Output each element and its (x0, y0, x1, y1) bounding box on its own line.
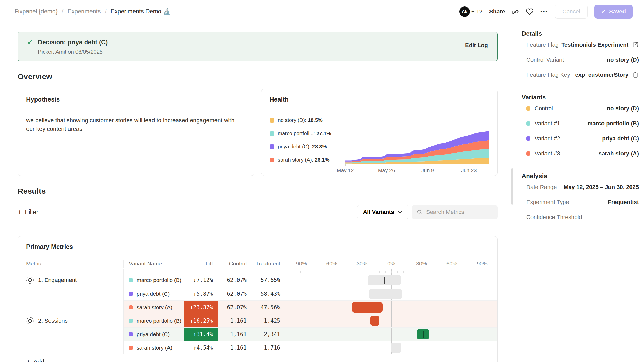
control-cell: 62.07% (218, 287, 249, 300)
detail-label-text: Control Variant (526, 56, 564, 63)
variants-dropdown-label: All Variants (363, 209, 394, 215)
col-control: Control (218, 260, 249, 268)
hypothesis-card: Hypothesis we believe that showing custo… (18, 89, 254, 176)
row-cells: sarah story (A)↑4.54%1,1611,716 (124, 341, 497, 354)
control-value: 1,161 (230, 318, 247, 324)
variant-label: Variant #3 (526, 150, 560, 157)
copy-link-icon[interactable] (512, 8, 519, 15)
ci-minor-tick (458, 271, 458, 273)
decision-banner: ✓ Decision: priya debt (C) Picker, Amit … (18, 32, 498, 61)
variant-name: marco portfolio (B) (137, 277, 181, 283)
ci-minor-tick (307, 271, 307, 273)
ci-axis-label: -90% (294, 260, 307, 267)
health-legend-item: marco portfoli...: 27.1% (270, 131, 345, 136)
plus-icon: + (18, 209, 22, 215)
analysis-value-text: Frequentist (608, 199, 639, 206)
variant-name: sarah story (A) (137, 345, 172, 351)
variant-row: Variant #1marco portfolio (B) (522, 116, 639, 131)
metric-target-icon (26, 317, 34, 325)
scrollbar-thumb[interactable] (511, 168, 513, 205)
lift-cell: ↓16.25% (184, 314, 218, 327)
lift-value: ↓23.37% (190, 304, 213, 310)
detail-label: Control Variant (526, 56, 564, 63)
legend-swatch (270, 144, 274, 149)
external-link-icon[interactable] (632, 41, 639, 48)
lift-cell: ↑4.54% (184, 341, 218, 354)
ci-plot-cell (285, 328, 497, 341)
legend-swatch (270, 158, 274, 162)
analysis-section: Analysis Date RangeMay 12, 2025 – Jun 30… (522, 169, 639, 225)
variant-name: marco portfolio (B) (137, 318, 181, 324)
lift-cell: ↑31.4% (184, 328, 218, 341)
variant-cell: marco portfolio (B) (124, 314, 184, 327)
variant-value: priya debt (C) (602, 135, 639, 142)
variant-value-text: marco portfolio (B) (587, 120, 639, 127)
add-metric-button[interactable]: + Add (26, 359, 497, 362)
search-metrics-input[interactable] (426, 209, 493, 215)
ci-point-marker (396, 344, 396, 351)
control-cell: 1,161 (218, 328, 249, 341)
legend-label: sarah story (A): 26.1% (278, 157, 330, 163)
collaborator-count: + 12 (471, 8, 482, 15)
health-legend-item: no story (D): 18.5% (270, 117, 345, 123)
variant-row: Variant #3sarah story (A) (522, 146, 639, 161)
cancel-button[interactable]: Cancel (555, 5, 587, 19)
breadcrumb-project[interactable]: Fixpanel {demo} (15, 8, 58, 15)
treatment-cell: 2,341 (249, 328, 282, 341)
lift-value: ↑31.4% (193, 331, 213, 337)
variant-label-text: Variant #1 (535, 120, 560, 127)
hypothesis-body: we believe that showing customer stories… (18, 109, 254, 133)
metric-cell (18, 300, 124, 314)
variant-cell: marco portfolio (B) (124, 273, 184, 287)
ci-minor-tick (476, 271, 476, 273)
lift-cell: ↓7.12% (184, 273, 218, 287)
ci-axis-ticks (285, 269, 497, 273)
main-content: ✓ Decision: priya debt (C) Picker, Amit … (0, 23, 514, 362)
variants-dropdown[interactable]: All Variants (357, 205, 408, 219)
favorite-heart-icon[interactable] (526, 8, 534, 15)
health-chart: May 12May 26Jun 9Jun 23 (345, 115, 490, 175)
variant-label-text: Control (535, 105, 553, 112)
avatar[interactable]: Ak (459, 6, 470, 17)
ci-minor-tick (300, 271, 301, 273)
add-filter-button[interactable]: + Filter (18, 209, 38, 216)
saved-label: Saved (609, 8, 626, 15)
control-cell: 1,161 (218, 314, 249, 327)
variants-section: Variants Controlno story (D)Variant #1ma… (522, 90, 639, 161)
variant-color-dot (526, 106, 530, 111)
details-sidebar: Details Feature FlagTestimonials Experim… (514, 23, 644, 362)
analysis-row: Experiment TypeFrequentist (522, 195, 639, 210)
decision-text: Decision: priya debt (C) Picker, Amit on… (38, 38, 465, 55)
saved-button[interactable]: ✓ Saved (594, 5, 633, 19)
metrics-row: priya debt (C)↓5.87%62.07%58.43% (18, 287, 497, 300)
more-menu-icon[interactable]: ••• (540, 9, 548, 15)
metric-cell (18, 327, 124, 341)
ci-minor-tick (379, 271, 380, 273)
ci-minor-tick (446, 271, 446, 273)
variant-color-dot (129, 319, 133, 323)
decision-subtitle: Picker, Amit on 08/05/2025 (38, 49, 465, 55)
row-cells: marco portfolio (B)↓7.12%62.07%57.65% (124, 273, 497, 287)
edit-log-button[interactable]: Edit Log (465, 42, 488, 49)
legend-swatch (270, 118, 274, 123)
legend-label: marco portfoli...: 27.1% (278, 131, 331, 136)
decision-title: Decision: priya debt (C) (38, 38, 465, 46)
breadcrumb-experiments[interactable]: Experiments (68, 8, 101, 15)
variant-label: Variant #1 (526, 120, 560, 127)
ci-minor-tick (452, 271, 452, 273)
lift-cell: ↓23.37% (184, 301, 218, 314)
details-title: Details (522, 26, 639, 37)
detail-value-text: no story (D) (607, 56, 639, 63)
row-cells: sarah story (A)↓23.37%62.07%47.56% (124, 300, 497, 314)
collaborators[interactable]: Ak + 12 (459, 6, 482, 17)
health-stacked-area-chart (345, 128, 490, 164)
col-treatment: Treatment (249, 260, 282, 268)
share-button[interactable]: Share (489, 8, 505, 15)
analysis-label-text: Date Range (526, 184, 557, 191)
copy-icon[interactable] (632, 71, 639, 78)
variant-color-dot (129, 278, 133, 282)
metric-cell: 1. Engagement (18, 273, 124, 287)
control-cell: 62.07% (218, 273, 249, 287)
add-metric-row: + Add (18, 354, 497, 362)
analysis-title: Analysis (522, 169, 639, 180)
